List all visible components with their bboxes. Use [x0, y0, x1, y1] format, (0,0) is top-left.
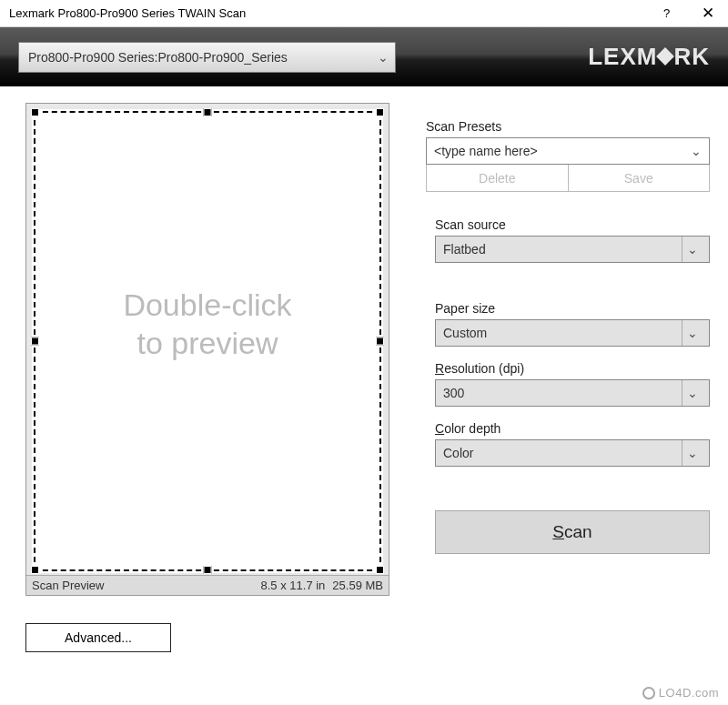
chevron-down-icon: ⌄ [682, 237, 702, 262]
handle-se[interactable] [376, 566, 384, 574]
window-titlebar: Lexmark Pro800-Pro900 Series TWAIN Scan … [0, 0, 728, 27]
scanner-select[interactable]: Pro800-Pro900 Series:Pro800-Pro900_Serie… [18, 42, 396, 73]
handle-nw[interactable] [31, 108, 39, 116]
logo-text-left: LEXM [588, 43, 657, 71]
logo-text-right: RK [673, 43, 710, 71]
save-preset-button[interactable]: Save [568, 165, 711, 192]
scan-source-value: Flatbed [443, 242, 486, 257]
right-column: Scan Presets <type name here> ⌄ Delete S… [389, 103, 710, 705]
chevron-down-icon: ⌄ [682, 380, 702, 406]
scan-presets-combo[interactable]: <type name here> ⌄ [426, 137, 710, 165]
preview-status-label: Scan Preview [32, 579, 104, 592]
lexmark-logo: LEXM RK [588, 43, 710, 71]
paper-size-value: Custom [443, 326, 487, 340]
preview-status-filesize: 25.59 MB [332, 579, 383, 592]
chevron-down-icon: ⌄ [682, 440, 702, 466]
resolution-field: Resolution (dpi) 300 ⌄ [426, 361, 710, 407]
color-depth-value: Color [443, 446, 473, 460]
handle-ne[interactable] [376, 108, 384, 116]
scan-presets-label: Scan Presets [426, 119, 710, 134]
color-depth-dropdown[interactable]: Color ⌄ [435, 439, 710, 467]
scan-button[interactable]: Scan [435, 510, 710, 554]
scan-source-label: Scan source [435, 217, 710, 232]
delete-preset-button[interactable]: Delete [426, 165, 568, 192]
handle-sw[interactable] [31, 566, 39, 574]
scan-source-field: Scan source Flatbed ⌄ [426, 217, 710, 263]
scan-button-label: Scan [552, 522, 592, 542]
preview-placeholder-line2: to preview [32, 324, 383, 363]
save-preset-label: Save [624, 171, 653, 186]
watermark: LO4D.com [642, 686, 719, 700]
preview-placeholder-line1: Double-click [32, 286, 383, 325]
resolution-label: Resolution (dpi) [435, 361, 710, 376]
delete-preset-label: Delete [479, 171, 515, 186]
close-button[interactable]: ✕ [687, 0, 728, 27]
scanner-select-value: Pro800-Pro900 Series:Pro800-Pro900_Serie… [28, 50, 375, 65]
paper-size-field: Paper size Custom ⌄ [426, 301, 710, 347]
logo-diamond-icon [657, 47, 675, 65]
chevron-down-icon: ⌄ [375, 50, 391, 65]
handle-s[interactable] [204, 566, 212, 574]
advanced-button-label: Advanced... [65, 630, 132, 645]
handle-n[interactable] [204, 108, 212, 116]
paper-size-dropdown[interactable]: Custom ⌄ [435, 319, 710, 347]
advanced-button[interactable]: Advanced... [25, 623, 171, 652]
left-column: Double-click to preview Scan Preview 8.5… [25, 103, 389, 705]
color-depth-label: Color depth [435, 421, 710, 436]
scan-source-dropdown[interactable]: Flatbed ⌄ [435, 236, 710, 263]
resolution-dropdown[interactable]: 300 ⌄ [435, 379, 710, 407]
color-depth-field: Color depth Color ⌄ [426, 421, 710, 467]
content-area: Double-click to preview Scan Preview 8.5… [0, 86, 728, 705]
window-title: Lexmark Pro800-Pro900 Series TWAIN Scan [9, 6, 646, 20]
preview-status-bar: Scan Preview 8.5 x 11.7 in 25.59 MB [26, 575, 389, 595]
scan-preview-area[interactable]: Double-click to preview [32, 109, 383, 573]
scan-preview-panel: Double-click to preview Scan Preview 8.5… [25, 103, 389, 596]
resolution-value: 300 [443, 386, 464, 400]
help-button[interactable]: ? [646, 0, 687, 27]
preview-status-size: 8.5 x 11.7 in [261, 579, 326, 592]
chevron-down-icon: ⌄ [682, 320, 702, 346]
topbar: Pro800-Pro900 Series:Pro800-Pro900_Serie… [0, 27, 728, 86]
preset-buttons-row: Delete Save [426, 165, 710, 192]
watermark-text: LO4D.com [659, 686, 719, 700]
chevron-down-icon: ⌄ [691, 144, 702, 158]
watermark-icon [642, 687, 655, 700]
paper-size-label: Paper size [435, 301, 710, 316]
preview-placeholder: Double-click to preview [32, 286, 383, 363]
scan-presets-value: <type name here> [434, 144, 538, 158]
